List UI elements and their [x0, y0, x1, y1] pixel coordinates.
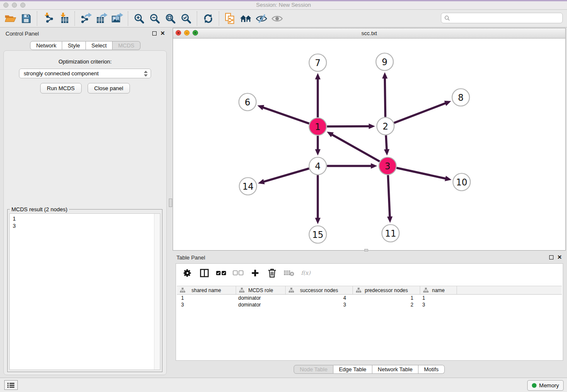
table-tab-network-table[interactable]: Network Table: [372, 365, 418, 374]
network-view-window: ✕ − + scc.txt 7968124314101511: [173, 28, 566, 251]
table-tab-node-table[interactable]: Node Table: [294, 365, 333, 374]
table-tab-edge-table[interactable]: Edge Table: [333, 365, 372, 374]
graph-edge-1-6[interactable]: [257, 105, 309, 124]
column-header-successor-nodes[interactable]: successor nodes: [286, 286, 353, 294]
graph-edge-4-3[interactable]: [327, 163, 377, 169]
graph-edge-2-3[interactable]: [384, 135, 389, 155]
close-view-icon[interactable]: ✕: [176, 30, 181, 36]
export-image-icon[interactable]: [109, 12, 125, 25]
graph-node-7[interactable]: 7: [309, 54, 327, 72]
graph-edge-3-1[interactable]: [327, 132, 380, 161]
optimization-criterion-select[interactable]: strongly connected component: [19, 69, 151, 78]
table-row[interactable]: 1dominator411: [177, 295, 562, 301]
table-row[interactable]: 3dominator323: [177, 301, 562, 308]
graph-edge-1-2[interactable]: [327, 124, 375, 129]
memory-label: Memory: [539, 382, 559, 389]
graph-edge-1-4[interactable]: [315, 136, 321, 156]
delete-column-icon[interactable]: [267, 268, 278, 279]
open-file-icon[interactable]: [3, 12, 18, 25]
clone-network-icon[interactable]: [222, 12, 238, 25]
table-cell[interactable]: 3: [286, 301, 353, 308]
graph-node-14[interactable]: 14: [239, 178, 257, 195]
table-panel-tabs: Node TableEdge TableNetwork TableMotifs: [173, 365, 566, 374]
zoom-in-icon[interactable]: [131, 12, 147, 25]
tab-network[interactable]: Network: [30, 41, 62, 50]
network-window-controls[interactable]: ✕ − +: [176, 30, 198, 36]
graph-edge-4-15[interactable]: [315, 175, 321, 224]
graph-node-9[interactable]: 9: [376, 53, 394, 71]
table-cell[interactable]: 2: [353, 301, 420, 308]
zoom-fit-icon[interactable]: [162, 12, 178, 25]
tab-mcds[interactable]: MCDS: [113, 41, 140, 50]
graph-edge-4-14[interactable]: [258, 168, 309, 184]
svg-text:7: 7: [315, 58, 320, 68]
network-graph[interactable]: 7968124314101511: [173, 39, 565, 251]
graph-node-11[interactable]: 11: [382, 225, 399, 242]
search-input[interactable]: [452, 14, 559, 22]
float-panel-icon[interactable]: [152, 31, 157, 36]
table-cell[interactable]: 1: [420, 295, 457, 301]
toolbar-separator: [128, 11, 128, 26]
minimize-view-icon[interactable]: −: [184, 30, 190, 36]
graph-edge-2-8[interactable]: [394, 101, 451, 123]
vertical-splitter-handle[interactable]: [169, 199, 172, 207]
graph-edge-1-7[interactable]: [315, 73, 321, 118]
graph-node-8[interactable]: 8: [452, 89, 470, 106]
refresh-icon[interactable]: [200, 12, 216, 25]
zoom-selected-icon[interactable]: [178, 12, 194, 25]
settings-icon[interactable]: [182, 268, 193, 279]
export-network-icon[interactable]: [78, 12, 94, 25]
column-header-predecessor-nodes[interactable]: predecessor nodes: [353, 286, 420, 294]
table-cell[interactable]: dominator: [236, 301, 286, 308]
table-cell[interactable]: 3: [420, 301, 457, 308]
table-cell[interactable]: 1: [353, 295, 420, 301]
columns-icon[interactable]: [199, 268, 210, 279]
graph-node-15[interactable]: 15: [309, 226, 327, 243]
graph-node-4[interactable]: 4: [309, 157, 327, 175]
graph-node-1[interactable]: 1: [309, 118, 327, 135]
task-history-button[interactable]: [4, 380, 18, 390]
result-scrollbar[interactable]: [154, 214, 160, 370]
import-network-icon[interactable]: [40, 12, 56, 25]
column-header-name[interactable]: name: [420, 286, 457, 294]
graph-edge-3-11[interactable]: [387, 175, 393, 223]
table-cell[interactable]: 4: [286, 295, 353, 301]
column-label: MCDS role: [248, 287, 273, 293]
search-box[interactable]: [441, 13, 563, 23]
horizontal-splitter-handle[interactable]: [364, 249, 368, 251]
memory-button[interactable]: Memory: [527, 380, 564, 391]
table-tab-motifs[interactable]: Motifs: [418, 365, 445, 374]
table-cell[interactable]: 3: [177, 301, 236, 308]
select-all-icon[interactable]: [216, 268, 227, 279]
tab-style[interactable]: Style: [62, 41, 86, 50]
graph-edge-2-9[interactable]: [382, 72, 388, 117]
close-panel-icon[interactable]: ✕: [160, 31, 165, 36]
tab-select[interactable]: Select: [86, 41, 113, 50]
column-header-MCDS-role[interactable]: MCDS role: [236, 286, 286, 294]
maximize-view-icon[interactable]: +: [193, 30, 198, 36]
hide-selected-icon[interactable]: [253, 12, 269, 25]
close-table-panel-icon[interactable]: ✕: [557, 255, 562, 259]
import-table-icon[interactable]: [56, 12, 72, 25]
float-table-panel-icon[interactable]: [549, 255, 553, 259]
run-mcds-button[interactable]: Run MCDS: [40, 83, 82, 94]
table-cell[interactable]: 1: [177, 295, 236, 301]
graph-node-2[interactable]: 2: [377, 118, 394, 135]
close-panel-button[interactable]: Close panel: [88, 83, 130, 94]
status-bar: Memory: [0, 378, 567, 392]
mcds-result-area[interactable]: 13: [9, 213, 160, 370]
export-table-icon[interactable]: [94, 12, 109, 25]
zoom-out-icon[interactable]: [147, 12, 162, 25]
graph-edge-3-10[interactable]: [396, 168, 451, 181]
table-cell[interactable]: dominator: [236, 295, 286, 301]
graph-node-10[interactable]: 10: [453, 174, 471, 191]
graph-node-3[interactable]: 3: [379, 157, 396, 175]
graph-node-6[interactable]: 6: [239, 94, 256, 111]
search-icon: [444, 15, 450, 21]
save-session-icon[interactable]: [18, 12, 34, 25]
column-header-shared-name[interactable]: shared name: [177, 286, 236, 294]
deselect-all-icon[interactable]: [233, 268, 244, 279]
network-canvas[interactable]: 7968124314101511: [173, 39, 565, 250]
create-column-icon[interactable]: [250, 268, 261, 279]
first-neighbors-icon[interactable]: [238, 12, 253, 25]
